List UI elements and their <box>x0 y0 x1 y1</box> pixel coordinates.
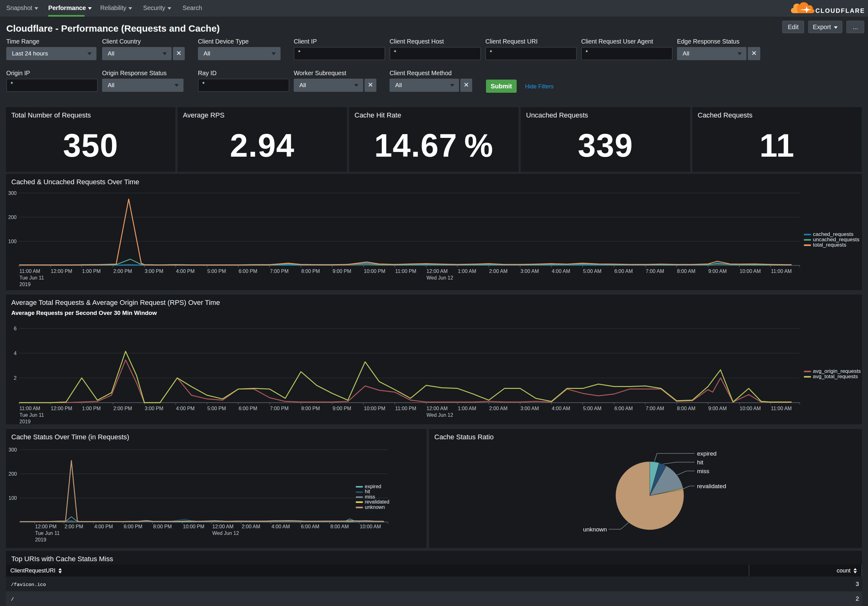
svg-text:1:00 PM: 1:00 PM <box>82 406 101 411</box>
svg-text:Wed Jun 12: Wed Jun 12 <box>212 530 239 536</box>
svg-text:Wed Jun 12: Wed Jun 12 <box>426 275 453 280</box>
svg-text:Tue Jun 11: Tue Jun 11 <box>19 275 44 280</box>
svg-text:12:00 AM: 12:00 AM <box>212 524 234 529</box>
svg-text:4:00 AM: 4:00 AM <box>271 524 290 529</box>
svg-text:11:00 AM: 11:00 AM <box>19 406 40 411</box>
svg-text:2:00 AM: 2:00 AM <box>242 524 260 529</box>
svg-text:3:00 AM: 3:00 AM <box>521 406 539 411</box>
svg-text:7:00 AM: 7:00 AM <box>646 406 664 411</box>
svg-text:100: 100 <box>8 496 17 501</box>
svg-text:9:00 AM: 9:00 AM <box>708 406 727 411</box>
svg-text:8:00 AM: 8:00 AM <box>677 406 696 411</box>
svg-text:4:00 PM: 4:00 PM <box>94 524 113 529</box>
svg-text:12:00 PM: 12:00 PM <box>51 269 72 274</box>
svg-text:6:00 AM: 6:00 AM <box>301 524 319 529</box>
svg-text:2019: 2019 <box>19 419 31 424</box>
svg-text:10:00 AM: 10:00 AM <box>739 406 761 411</box>
svg-text:100: 100 <box>8 239 17 244</box>
svg-text:2019: 2019 <box>35 537 46 542</box>
svg-text:revalidated: revalidated <box>697 483 726 489</box>
svg-text:2:00 PM: 2:00 PM <box>65 524 83 529</box>
svg-text:200: 200 <box>8 214 17 220</box>
svg-text:2:00 AM: 2:00 AM <box>489 406 508 411</box>
svg-text:1:00 AM: 1:00 AM <box>458 406 476 411</box>
svg-text:4:00 PM: 4:00 PM <box>176 406 195 411</box>
svg-text:11:00 AM: 11:00 AM <box>771 406 792 411</box>
svg-text:8:00 PM: 8:00 PM <box>301 406 320 411</box>
svg-text:4:00 AM: 4:00 AM <box>552 406 570 411</box>
svg-text:1:00 PM: 1:00 PM <box>82 269 101 274</box>
svg-text:4:00 AM: 4:00 AM <box>552 269 570 274</box>
svg-text:expired: expired <box>697 450 716 457</box>
svg-text:2:00 AM: 2:00 AM <box>489 269 508 274</box>
svg-text:10:00 PM: 10:00 PM <box>364 269 385 274</box>
svg-text:5:00 PM: 5:00 PM <box>207 269 226 274</box>
svg-text:2019: 2019 <box>19 282 31 287</box>
svg-text:10:00 PM: 10:00 PM <box>183 524 204 529</box>
svg-text:9:00 PM: 9:00 PM <box>333 269 351 274</box>
svg-text:4: 4 <box>14 351 17 356</box>
svg-text:6:00 PM: 6:00 PM <box>239 406 257 411</box>
svg-text:300: 300 <box>8 447 17 452</box>
svg-text:Wed Jun 12: Wed Jun 12 <box>426 412 453 418</box>
svg-text:hit: hit <box>697 459 704 466</box>
svg-text:11:00 PM: 11:00 PM <box>395 269 416 274</box>
svg-text:4:00 PM: 4:00 PM <box>176 269 195 274</box>
svg-text:7:00 PM: 7:00 PM <box>270 406 289 411</box>
svg-text:8:00 AM: 8:00 AM <box>677 269 696 274</box>
svg-text:10:00 AM: 10:00 AM <box>739 269 761 274</box>
svg-text:2:00 PM: 2:00 PM <box>113 269 132 274</box>
svg-text:miss: miss <box>697 468 709 474</box>
svg-text:200: 200 <box>8 471 17 477</box>
svg-text:8:00 PM: 8:00 PM <box>153 524 172 529</box>
svg-text:3:00 AM: 3:00 AM <box>521 269 539 274</box>
svg-text:11:00 AM: 11:00 AM <box>771 269 792 274</box>
svg-text:12:00 AM: 12:00 AM <box>426 269 448 274</box>
svg-text:5:00 AM: 5:00 AM <box>583 406 601 411</box>
svg-text:CLOUDFLARE: CLOUDFLARE <box>815 7 865 14</box>
svg-text:6:00 AM: 6:00 AM <box>614 406 633 411</box>
svg-text:12:00 PM: 12:00 PM <box>35 524 56 529</box>
svg-text:11:00 PM: 11:00 PM <box>395 406 416 411</box>
svg-text:6: 6 <box>14 326 17 331</box>
svg-text:3:00 PM: 3:00 PM <box>145 269 163 274</box>
svg-text:11:00 AM: 11:00 AM <box>19 269 40 274</box>
svg-text:2:00 PM: 2:00 PM <box>113 406 132 411</box>
svg-text:10:00 AM: 10:00 AM <box>360 524 381 529</box>
svg-text:5:00 PM: 5:00 PM <box>207 406 226 411</box>
svg-text:8:00 AM: 8:00 AM <box>330 524 349 529</box>
svg-text:10:00 PM: 10:00 PM <box>364 406 385 411</box>
svg-text:6:00 AM: 6:00 AM <box>614 269 633 274</box>
svg-text:3:00 PM: 3:00 PM <box>145 406 163 411</box>
svg-text:9:00 PM: 9:00 PM <box>333 406 351 411</box>
svg-text:9:00 AM: 9:00 AM <box>708 269 727 274</box>
svg-text:12:00 AM: 12:00 AM <box>426 406 448 411</box>
svg-text:300: 300 <box>8 191 17 196</box>
svg-text:Tue Jun 11: Tue Jun 11 <box>35 530 59 536</box>
svg-text:2: 2 <box>14 375 17 381</box>
svg-text:6:00 PM: 6:00 PM <box>124 524 143 529</box>
svg-text:12:00 PM: 12:00 PM <box>51 406 72 411</box>
svg-text:Tue Jun 11: Tue Jun 11 <box>19 412 44 418</box>
svg-text:1:00 AM: 1:00 AM <box>458 269 476 274</box>
svg-text:5:00 AM: 5:00 AM <box>583 269 601 274</box>
svg-text:8:00 PM: 8:00 PM <box>301 269 320 274</box>
svg-text:7:00 PM: 7:00 PM <box>270 269 289 274</box>
svg-text:7:00 AM: 7:00 AM <box>646 269 664 274</box>
svg-text:unknown: unknown <box>583 526 607 533</box>
svg-text:6:00 PM: 6:00 PM <box>239 269 257 274</box>
